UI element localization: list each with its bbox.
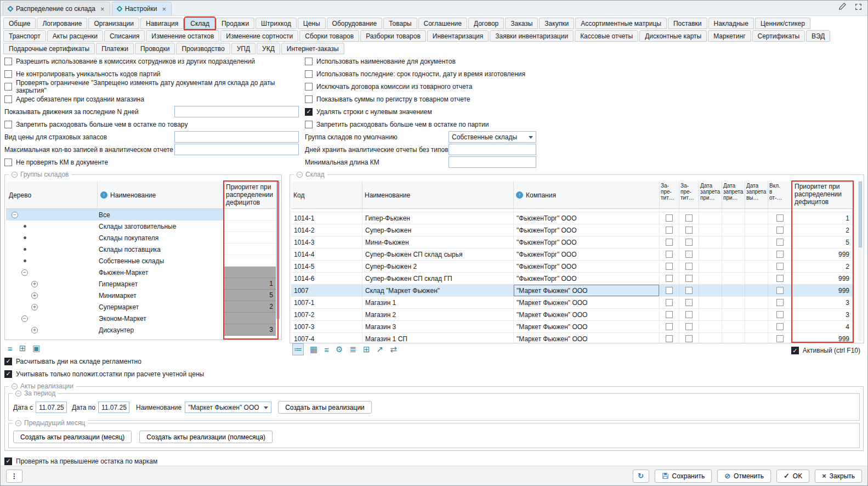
column-header-ban-date-2[interactable]: Дата запрета при… — [722, 182, 745, 208]
column-header-company[interactable]: ↑Компания — [514, 182, 660, 208]
text-input[interactable] — [174, 144, 299, 155]
checkbox[interactable] — [685, 251, 693, 258]
column-header-forbid-2[interactable]: За- пре- тит… — [679, 182, 699, 208]
tree-row[interactable]: −Все — [6, 209, 276, 221]
store-row[interactable]: 1014-6Супер-Фьюжен СП склад ГП"ФьюженТор… — [291, 273, 853, 285]
settings-tab[interactable]: Продажи — [216, 18, 254, 29]
close-tab-icon[interactable]: × — [100, 5, 105, 13]
column-header-include[interactable]: Вкл. в от-… — [768, 182, 792, 208]
settings-tab[interactable]: Ассортиментные матрицы — [575, 18, 667, 29]
tree-row[interactable]: −Фьюжен-Маркет — [6, 267, 276, 278]
checkbox[interactable] — [4, 70, 12, 78]
tree-row[interactable]: +Дискаунтер3 — [6, 324, 276, 336]
tree-row[interactable]: +Супермаркет2 — [6, 301, 276, 313]
checkbox[interactable]: ✓ — [305, 108, 313, 116]
filter-icon[interactable]: ≡ — [8, 343, 13, 354]
tree-row[interactable]: Склады покупателя — [6, 232, 276, 244]
collapse-icon[interactable]: − — [15, 391, 21, 397]
checkbox[interactable] — [776, 275, 784, 282]
store-row[interactable]: 1007-4Магазин 1 СП"Маркет Фьюжен" ООО999 — [291, 333, 853, 343]
settings-tab[interactable]: Производство — [176, 43, 230, 54]
checkbox[interactable] — [685, 239, 693, 246]
gear-icon[interactable]: ⚙ — [336, 344, 343, 355]
settings-tab[interactable]: УПД — [231, 43, 256, 54]
checkbox[interactable] — [666, 227, 673, 234]
checkbox[interactable] — [4, 159, 12, 166]
checkbox[interactable] — [685, 214, 693, 222]
expand-node-icon[interactable]: + — [31, 281, 38, 287]
checkbox[interactable] — [666, 335, 673, 342]
checkbox[interactable] — [685, 227, 693, 234]
save-button[interactable]: Сохранить — [655, 470, 712, 483]
checkbox[interactable] — [776, 214, 784, 222]
checkbox[interactable] — [666, 263, 673, 270]
close-tab-icon[interactable]: × — [162, 5, 166, 13]
settings-tab[interactable]: Организации — [88, 18, 139, 29]
settings-tab[interactable]: Логирование — [37, 18, 87, 29]
collapse-node-icon[interactable]: − — [21, 269, 28, 276]
document-tab[interactable]: Распределение со склада× — [3, 2, 110, 15]
checkbox[interactable] — [666, 239, 673, 246]
store-row[interactable]: 1014-4Супер-Фьюжен СП склад сырья"Фьюжен… — [291, 248, 853, 261]
column-header-tree[interactable]: Дерево — [6, 182, 98, 208]
settings-tab[interactable]: Товары — [383, 18, 417, 29]
checkbox[interactable] — [685, 263, 693, 270]
checkbox[interactable] — [666, 311, 673, 318]
settings-tab[interactable]: Оборудование — [327, 18, 383, 29]
store-row[interactable]: 1014-5Супер-Фьюжен 2"ФьюженТорг" ООО2 — [291, 261, 853, 273]
settings-tab[interactable]: Закупки — [539, 18, 574, 29]
settings-tab[interactable]: Акты расценки — [47, 30, 103, 42]
store-row[interactable]: 1014-2Супер-Фьюжен"ФьюженТорг" ООО2 — [291, 224, 853, 236]
settings-tab[interactable]: Накладные — [708, 18, 754, 29]
settings-tab[interactable]: Подарочные сертификаты — [3, 43, 95, 54]
settings-tab[interactable]: Транспорт — [3, 30, 46, 42]
settings-tab[interactable]: Ценник/стикер — [755, 18, 810, 29]
view-list-icon[interactable]: ≔ — [293, 344, 303, 355]
text-input[interactable] — [449, 156, 536, 168]
menu-button[interactable]: ⋮ — [6, 470, 22, 483]
active-checkbox[interactable]: ✓ — [791, 347, 799, 354]
ok-button[interactable]: ✓ OK — [776, 470, 809, 483]
store-row[interactable]: 1007-2Магазин 2"Маркет Фьюжен" ООО3 — [291, 309, 853, 321]
settings-tab[interactable]: Заказы — [505, 18, 538, 29]
checkbox[interactable] — [305, 70, 313, 78]
settings-tab[interactable]: Изменение остатков — [146, 30, 219, 42]
open-external-icon[interactable]: ↗ — [377, 344, 384, 355]
settings-tab[interactable]: Сертификаты — [752, 30, 805, 42]
insert-icon[interactable]: ⊞ — [19, 343, 26, 354]
settings-tab[interactable]: Поставки — [668, 18, 707, 29]
collapse-node-icon[interactable]: − — [21, 315, 28, 322]
settings-tab[interactable]: ВЭД — [806, 30, 830, 42]
checkbox[interactable] — [685, 287, 693, 294]
checkbox[interactable] — [666, 323, 673, 330]
checkbox[interactable] — [776, 335, 784, 342]
close-button[interactable]: × Закрыть — [815, 470, 862, 483]
checkbox[interactable] — [776, 323, 784, 330]
settings-tab[interactable]: Договор — [468, 18, 504, 29]
settings-tab[interactable]: Кассовые отчеты — [575, 30, 638, 42]
create-acts-month-button[interactable]: Создать акты реализации (месяц) — [13, 431, 132, 443]
expand-node-icon[interactable]: + — [31, 292, 38, 299]
checkbox[interactable] — [685, 299, 693, 306]
tree-row[interactable]: +Гипермаркет1 — [6, 278, 276, 290]
collapse-icon[interactable]: − — [12, 172, 18, 178]
settings-tab[interactable]: Навигация — [140, 18, 184, 29]
refresh-button[interactable]: ↻ — [633, 470, 649, 483]
checkbox[interactable] — [4, 58, 12, 65]
checkbox[interactable] — [666, 275, 673, 282]
groups-scrollbar[interactable] — [276, 182, 280, 338]
column-header-ban-date-3[interactable]: Дата запрета вы… — [745, 182, 768, 208]
settings-tab[interactable]: Проводки — [135, 43, 175, 54]
column-header-name[interactable]: Наименование — [362, 182, 514, 208]
checkbox[interactable] — [776, 239, 784, 246]
checkbox[interactable] — [776, 251, 784, 258]
checkbox[interactable] — [4, 95, 12, 103]
date-from-input[interactable]: 11.07.25 — [36, 402, 67, 413]
checkbox[interactable] — [666, 287, 673, 294]
collapse-icon[interactable]: − — [12, 383, 18, 389]
copy-icon[interactable]: ▣ — [32, 343, 40, 354]
tree-row[interactable]: +Минимаркет5 — [6, 290, 276, 301]
text-input[interactable] — [174, 106, 299, 117]
store-row[interactable]: 1007-1Магазин 1"Маркет Фьюжен" ООО3 — [291, 297, 853, 309]
warehouses-scrollbar[interactable] — [858, 182, 863, 341]
